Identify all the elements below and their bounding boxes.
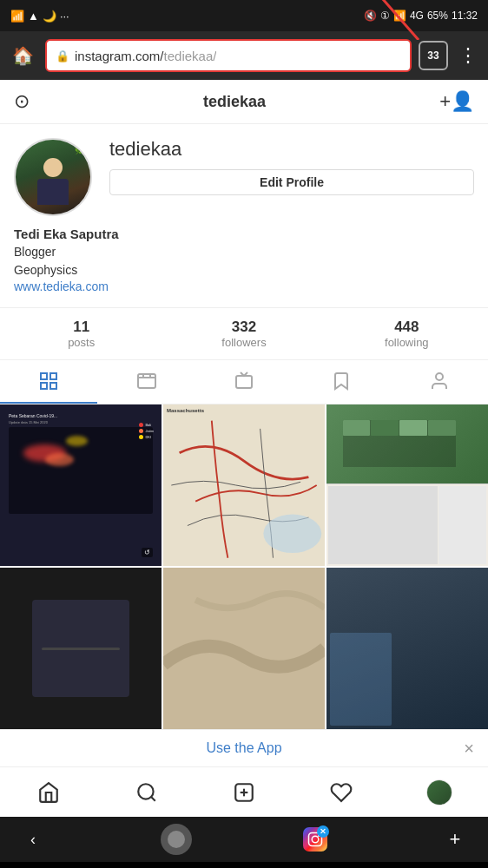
following-label: following bbox=[326, 336, 488, 349]
svg-rect-10 bbox=[236, 376, 252, 388]
network-label: 4G bbox=[410, 10, 424, 22]
svg-point-20 bbox=[313, 836, 320, 843]
browser-bar: 🏠 🔒 instagram.com/tediekaa/ 33 ⋮ bbox=[0, 31, 488, 80]
url-text: instagram.com/tediekaa/ bbox=[75, 49, 216, 63]
svg-rect-5 bbox=[50, 383, 56, 389]
ig-nav-title: tediekaa bbox=[203, 93, 266, 111]
profile-bio-geo: Geophysics bbox=[14, 261, 474, 279]
url-bar[interactable]: 🔒 instagram.com/tediekaa/ bbox=[45, 39, 412, 72]
stat-followers[interactable]: 332 followers bbox=[162, 319, 325, 349]
map-svg bbox=[163, 404, 325, 566]
close-banner-button[interactable]: × bbox=[464, 739, 474, 759]
lock-icon: 🔒 bbox=[56, 49, 69, 62]
alert-icon: ① bbox=[380, 10, 390, 22]
tab-grid[interactable] bbox=[0, 360, 97, 404]
ig-tabs bbox=[0, 360, 488, 404]
notification-icon: ▲ bbox=[28, 10, 39, 23]
use-app-banner: Use the App × bbox=[0, 729, 488, 766]
ig-bottom-nav bbox=[0, 766, 488, 817]
svg-point-14 bbox=[138, 784, 153, 799]
svg-rect-2 bbox=[41, 373, 47, 379]
svg-point-11 bbox=[436, 373, 443, 380]
profile-info: tediekaa Edit Profile bbox=[109, 138, 474, 195]
grid-item[interactable] bbox=[163, 568, 325, 729]
photo-grid: Peta Sebaran Covid-19... Update data 15 … bbox=[0, 404, 488, 729]
nav-home-button[interactable] bbox=[27, 771, 70, 814]
system-bottom-bar: ‹ ✕ + bbox=[0, 817, 488, 862]
tab-reel[interactable] bbox=[97, 360, 195, 404]
use-app-text[interactable]: Use the App bbox=[14, 740, 474, 756]
ig-profile: 🌿 tediekaa Edit Profile Tedi Eka Saputra… bbox=[0, 124, 488, 307]
grid-item[interactable]: Massachusetts bbox=[163, 404, 325, 566]
tab-igtv[interactable] bbox=[195, 360, 293, 404]
ig-stats: 11 posts 332 followers 448 following bbox=[0, 307, 488, 360]
grid-item[interactable] bbox=[326, 568, 488, 729]
browser-menu-button[interactable]: ⋮ bbox=[455, 41, 481, 70]
ig-app-button[interactable]: ✕ bbox=[303, 827, 327, 852]
clock: 11:32 bbox=[452, 10, 478, 22]
signal-bars: 📶 bbox=[393, 10, 406, 22]
nav-likes-button[interactable] bbox=[320, 771, 363, 814]
mini-map-svg bbox=[163, 568, 325, 729]
grid-item[interactable] bbox=[326, 404, 488, 566]
status-right: 🔇 ① 📶 4G 65% 11:32 bbox=[364, 10, 478, 22]
tab-tagged[interactable] bbox=[391, 360, 488, 404]
posts-label: posts bbox=[0, 336, 162, 349]
profile-header: 🌿 tediekaa Edit Profile bbox=[14, 138, 474, 216]
mute-icon: 🔇 bbox=[364, 10, 377, 22]
nav-add-button[interactable] bbox=[222, 771, 266, 814]
status-left: 📶 ▲ 🌙 ··· bbox=[10, 10, 69, 23]
instagram-content: ⊙ tediekaa +👤 🌿 tediekaa Edit Profil bbox=[0, 80, 488, 817]
profile-username: tediekaa bbox=[109, 138, 474, 161]
following-count: 448 bbox=[326, 319, 488, 336]
grid-item[interactable] bbox=[0, 568, 162, 729]
ig-top-nav: ⊙ tediekaa +👤 bbox=[0, 80, 488, 124]
edit-profile-button[interactable]: Edit Profile bbox=[109, 169, 474, 195]
grid-item[interactable]: Peta Sebaran Covid-19... Update data 15 … bbox=[0, 404, 162, 566]
avatar: 🌿 bbox=[14, 138, 92, 216]
back-button[interactable]: ‹ bbox=[17, 824, 49, 855]
posts-count: 11 bbox=[0, 319, 162, 336]
profile-website[interactable]: www.tedieka.com bbox=[14, 279, 474, 293]
grid-item-caption: Peta Sebaran Covid-19... bbox=[9, 413, 153, 418]
tab-saved[interactable] bbox=[293, 360, 390, 404]
profile-display-name: Tedi Eka Saputra bbox=[14, 227, 474, 241]
nav-search-button[interactable] bbox=[125, 771, 168, 814]
svg-point-12 bbox=[263, 514, 321, 553]
svg-line-15 bbox=[151, 797, 155, 801]
ig-add-friend-button[interactable]: +👤 bbox=[439, 90, 474, 113]
svg-rect-3 bbox=[50, 373, 56, 379]
nav-profile-button[interactable] bbox=[418, 771, 461, 814]
ig-nav-circle-icon: ⊙ bbox=[14, 90, 30, 113]
followers-count: 332 bbox=[162, 319, 325, 336]
url-path: tediekaa/ bbox=[164, 49, 217, 63]
status-bar: 📶 ▲ 🌙 ··· 🔇 ① 📶 4G 65% 11:32 bbox=[0, 0, 488, 31]
home-circle-button[interactable] bbox=[161, 824, 192, 855]
stat-following[interactable]: 448 following bbox=[326, 319, 488, 349]
browser-home-button[interactable]: 🏠 bbox=[7, 40, 38, 71]
profile-bio-blogger: Blogger bbox=[14, 243, 474, 261]
add-tab-button[interactable]: + bbox=[439, 824, 471, 855]
tab-count-button[interactable]: 33 bbox=[419, 41, 448, 70]
stat-posts[interactable]: 11 posts bbox=[0, 319, 162, 349]
moon-icon: 🌙 bbox=[43, 10, 56, 23]
dots-icon: ··· bbox=[60, 10, 69, 23]
svg-rect-6 bbox=[138, 374, 155, 388]
signal-icon: 📶 bbox=[10, 10, 24, 23]
followers-label: followers bbox=[162, 336, 325, 349]
battery-label: 65% bbox=[427, 10, 448, 22]
svg-rect-4 bbox=[41, 383, 47, 389]
app-notification-badge: ✕ bbox=[317, 825, 329, 838]
